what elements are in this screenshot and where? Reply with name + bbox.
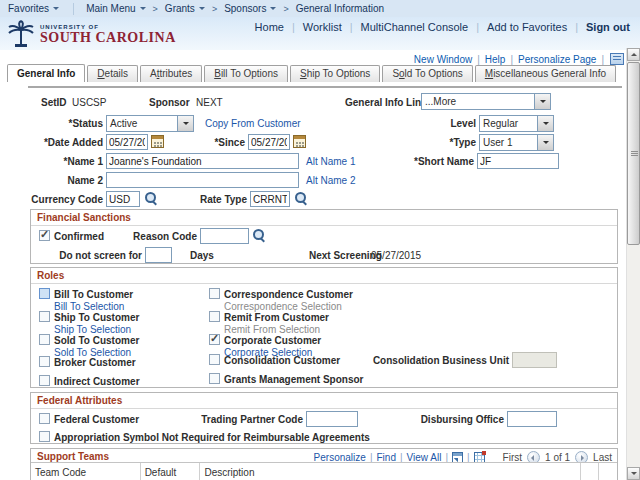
consolidation-business-unit-label: Consolidation Business Unit bbox=[331, 355, 509, 366]
tab-bill-to-options[interactable]: Bill To Options bbox=[204, 65, 288, 82]
federal-attributes-title: Federal Attributes bbox=[37, 395, 122, 406]
support-teams-title: Support Teams bbox=[37, 451, 109, 462]
trading-partner-code-input[interactable] bbox=[306, 411, 358, 427]
ship-to-selection-link[interactable]: Ship To Selection bbox=[54, 324, 131, 335]
sponsor-label: Sponsor bbox=[149, 97, 190, 108]
tab-underline bbox=[28, 86, 622, 88]
currency-code-label: Currency Code bbox=[20, 194, 103, 205]
breadcrumb-grants[interactable]: Grants bbox=[165, 3, 205, 14]
tab-ship-to-options[interactable]: Ship To Options bbox=[290, 65, 380, 82]
type-select[interactable]: User 1 bbox=[479, 134, 554, 151]
financial-sanctions-groupbox: Financial Sanctions Confirmed Reason Cod… bbox=[30, 209, 618, 264]
home-link[interactable]: Home bbox=[255, 21, 284, 33]
ship-to-customer-checkbox[interactable] bbox=[39, 311, 50, 322]
correspondence-customer-checkbox[interactable] bbox=[209, 288, 220, 299]
dropdown-arrow-icon bbox=[177, 116, 193, 131]
appropriation-symbol-checkbox[interactable] bbox=[39, 431, 50, 442]
main-menu[interactable]: Main Menu bbox=[86, 3, 145, 14]
corporate-customer-checkbox[interactable] bbox=[209, 334, 220, 345]
remit-from-selection-label: Remit From Selection bbox=[224, 324, 320, 335]
disbursing-office-input[interactable] bbox=[507, 411, 557, 427]
consolidation-customer-checkbox[interactable] bbox=[209, 354, 220, 365]
breadcrumb-sponsors[interactable]: Sponsors bbox=[224, 3, 276, 14]
financial-sanctions-title: Financial Sanctions bbox=[37, 212, 131, 223]
do-not-screen-input[interactable] bbox=[145, 247, 172, 263]
alt-name2-link[interactable]: Alt Name 2 bbox=[306, 175, 355, 186]
copy-from-customer-link[interactable]: Copy From Customer bbox=[205, 118, 301, 129]
logo-line1: UNIVERSITY OF bbox=[40, 24, 176, 30]
chevron-down-icon bbox=[199, 7, 205, 13]
multichannel-console-link[interactable]: MultiChannel Console bbox=[361, 21, 469, 33]
bill-to-selection-link[interactable]: Bill To Selection bbox=[54, 301, 124, 312]
column-header-description: Description bbox=[200, 463, 581, 480]
tab-sold-to-options[interactable]: Sold To Options bbox=[382, 65, 472, 82]
reason-code-label: Reason Code bbox=[116, 231, 197, 242]
federal-customer-checkbox[interactable] bbox=[39, 413, 50, 424]
lookup-icon[interactable] bbox=[253, 229, 266, 242]
appropriation-symbol-label: Appropriation Symbol Not Required for Re… bbox=[54, 432, 370, 443]
sponsor-value: NEXT bbox=[196, 97, 223, 108]
header-band: UNIVERSITY OF SOUTH CAROLINA Home | Work… bbox=[0, 17, 640, 50]
level-label: Level bbox=[395, 118, 476, 129]
vertical-scrollbar[interactable] bbox=[626, 48, 640, 480]
header-links: Home | Worklist | MultiChannel Console |… bbox=[247, 21, 632, 33]
new-window-link[interactable]: New Window bbox=[414, 54, 472, 65]
breadcrumb-separator: > bbox=[283, 4, 288, 14]
sold-to-customer-checkbox[interactable] bbox=[39, 334, 50, 345]
add-to-favorites-link[interactable]: Add to Favorites bbox=[487, 21, 567, 33]
tab-details[interactable]: Details bbox=[87, 65, 138, 82]
since-label: *Since bbox=[190, 137, 245, 148]
status-label: *Status bbox=[20, 118, 103, 129]
breadcrumb-current: General Information bbox=[296, 3, 384, 14]
calendar-icon[interactable] bbox=[293, 135, 306, 148]
do-not-screen-label: Do not screen for bbox=[51, 250, 142, 261]
lookup-icon[interactable] bbox=[295, 192, 308, 205]
indirect-customer-checkbox[interactable] bbox=[39, 375, 50, 386]
ship-to-customer-label: Ship To Customer bbox=[54, 312, 139, 323]
personalize-page-link[interactable]: Personalize Page bbox=[518, 54, 596, 65]
general-info-links-select[interactable]: ...More bbox=[421, 93, 551, 110]
grants-management-sponsor-checkbox[interactable] bbox=[209, 373, 220, 384]
column-header-blank bbox=[581, 463, 599, 480]
name2-label: Name 2 bbox=[20, 175, 103, 186]
setid-value: USCSP bbox=[72, 97, 106, 108]
level-select[interactable]: Regular bbox=[479, 115, 554, 132]
bill-to-customer-checkbox[interactable] bbox=[39, 288, 50, 299]
scroll-down-button[interactable] bbox=[627, 467, 640, 480]
confirmed-checkbox[interactable] bbox=[39, 230, 50, 241]
name2-input[interactable] bbox=[106, 172, 299, 188]
remit-from-customer-checkbox[interactable] bbox=[209, 311, 220, 322]
short-name-input[interactable] bbox=[477, 153, 559, 169]
sign-out-link[interactable]: Sign out bbox=[586, 21, 630, 33]
scrollbar-thumb[interactable] bbox=[627, 62, 640, 245]
correspondence-customer-label: Correspondence Customer bbox=[224, 289, 353, 300]
breadcrumb-separator: > bbox=[153, 4, 158, 14]
chevron-down-icon bbox=[270, 7, 276, 13]
dropdown-arrow-icon bbox=[534, 94, 550, 109]
help-link[interactable]: Help bbox=[485, 54, 506, 65]
lookup-icon[interactable] bbox=[145, 192, 158, 205]
broker-customer-checkbox[interactable] bbox=[39, 356, 50, 367]
scroll-up-button[interactable] bbox=[627, 48, 640, 61]
short-name-label: *Short Name bbox=[395, 156, 474, 167]
worklist-link[interactable]: Worklist bbox=[303, 21, 342, 33]
favorites-menu[interactable]: Favorites bbox=[8, 3, 59, 14]
alt-name1-link[interactable]: Alt Name 1 bbox=[306, 156, 355, 167]
currency-code-input[interactable] bbox=[106, 191, 140, 207]
calendar-icon[interactable] bbox=[151, 135, 164, 148]
tab-attributes[interactable]: Attributes bbox=[140, 65, 202, 82]
column-header-team-code: Team Code bbox=[31, 463, 141, 480]
tab-miscellaneous-general-info[interactable]: Miscellaneous General Info bbox=[475, 65, 616, 82]
setid-label: SetID bbox=[41, 97, 67, 108]
date-added-input[interactable] bbox=[106, 134, 148, 150]
rate-type-input[interactable] bbox=[250, 191, 290, 207]
column-header-default: Default bbox=[141, 463, 201, 480]
status-select[interactable]: Active bbox=[106, 115, 194, 132]
remit-from-customer-label: Remit From Customer bbox=[224, 312, 329, 323]
days-label: Days bbox=[190, 250, 214, 261]
bill-to-customer-label: Bill To Customer bbox=[54, 289, 133, 300]
name1-input[interactable] bbox=[106, 153, 299, 169]
tab-general-info[interactable]: General Info bbox=[7, 64, 85, 82]
since-input[interactable] bbox=[248, 134, 290, 150]
reason-code-input[interactable] bbox=[200, 228, 249, 244]
